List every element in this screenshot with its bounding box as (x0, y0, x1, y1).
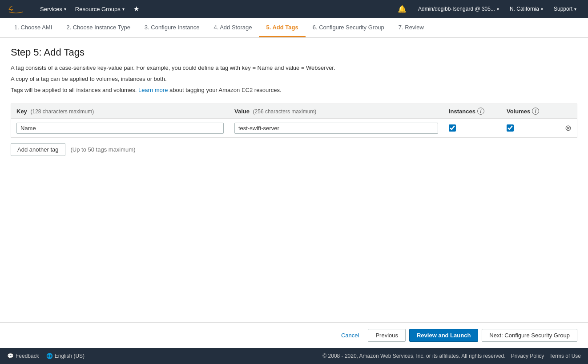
resource-groups-label: Resource Groups (75, 6, 121, 12)
region-menu[interactable]: N. California ▾ (505, 0, 548, 18)
main-content: Step 5: Add Tags A tag consists of a cas… (0, 38, 588, 322)
wizard-step-ami[interactable]: 1. Choose AMI (7, 18, 59, 37)
svg-text:aws: aws (8, 8, 13, 11)
volumes-info-icon[interactable]: i (532, 108, 539, 115)
wizard-step-configure[interactable]: 3. Configure Instance (137, 18, 207, 37)
user-label: Admin/degibb-Isengard @ 305... (418, 6, 495, 12)
top-navigation: aws Services ▾ Resource Groups ▾ ★ 🔔 Adm… (0, 0, 588, 18)
user-chevron: ▾ (497, 7, 499, 12)
col-volumes-label: Volumes (507, 108, 530, 115)
wizard-step-review[interactable]: 7. Review (391, 18, 431, 37)
col-volumes-header: Volumes i (501, 108, 559, 115)
language-selector[interactable]: 🌐 English (US) (46, 353, 85, 359)
volumes-cell (501, 124, 559, 132)
table-row: ⊗ (11, 119, 577, 137)
desc-3-suffix: about tagging your Amazon EC2 resources. (169, 87, 281, 93)
wizard-steps: 1. Choose AMI 2. Choose Instance Type 3.… (0, 18, 588, 38)
wizard-step-storage[interactable]: 4. Add Storage (206, 18, 259, 37)
value-input[interactable] (234, 123, 438, 134)
wizard-step-security[interactable]: 6. Configure Security Group (306, 18, 391, 37)
resource-groups-menu[interactable]: Resource Groups ▾ (71, 0, 129, 18)
wizard-step-tags[interactable]: 5. Add Tags (259, 18, 305, 37)
previous-button[interactable]: Previous (368, 329, 406, 342)
instances-info-icon[interactable]: i (477, 108, 484, 115)
tag-limit-hint: (Up to 50 tags maximum) (71, 146, 136, 153)
col-value-header: Value (256 characters maximum) (229, 108, 443, 115)
globe-icon: 🌐 (46, 353, 53, 359)
tags-table: Key (128 characters maximum) Value (256 … (11, 104, 577, 138)
feedback-icon: 💬 (7, 353, 14, 359)
add-tag-row: Add another tag (Up to 50 tags maximum) (11, 143, 577, 156)
action-cell: ⊗ (559, 122, 577, 134)
remove-tag-button[interactable]: ⊗ (564, 122, 572, 134)
rg-chevron: ▾ (122, 7, 125, 12)
tags-table-header: Key (128 characters maximum) Value (256 … (11, 104, 577, 119)
desc-3-text: Tags will be applied to all instances an… (11, 87, 137, 93)
services-chevron: ▾ (64, 7, 66, 12)
wizard-step-instance[interactable]: 2. Choose Instance Type (59, 18, 137, 37)
notifications-icon[interactable]: 🔔 (392, 5, 412, 13)
terms-of-use-link[interactable]: Terms of Use (549, 353, 581, 359)
col-instances-header: Instances i (443, 108, 501, 115)
bookmarks-btn[interactable]: ★ (129, 0, 144, 18)
col-value-label: Value (234, 108, 250, 115)
user-menu[interactable]: Admin/degibb-Isengard @ 305... ▾ (414, 0, 503, 18)
language-label: English (US) (55, 353, 85, 359)
services-menu[interactable]: Services ▾ (36, 0, 71, 18)
col-key-label: Key (16, 108, 27, 115)
copyright-text: © 2008 - 2020, Amazon Web Services, Inc.… (322, 353, 505, 359)
support-menu[interactable]: Support ▾ (549, 0, 581, 18)
volumes-checkbox[interactable] (507, 124, 514, 132)
bottom-left: 💬 Feedback 🌐 English (US) (7, 353, 85, 359)
desc-3: Tags will be applied to all instances an… (11, 86, 577, 95)
footer-actions: Cancel Previous Review and Launch Next: … (0, 322, 588, 348)
instances-cell (443, 124, 501, 132)
next-configure-security-button[interactable]: Next: Configure Security Group (482, 329, 577, 342)
instances-checkbox[interactable] (449, 124, 456, 132)
desc-1: A tag consists of a case-sensitive key-v… (11, 64, 577, 73)
add-another-tag-button[interactable]: Add another tag (11, 143, 65, 156)
page-title: Step 5: Add Tags (11, 47, 577, 58)
region-chevron: ▾ (541, 7, 543, 12)
aws-logo[interactable]: aws (7, 4, 25, 14)
desc-2: A copy of a tag can be applied to volume… (11, 75, 577, 84)
learn-more-link[interactable]: Learn more (138, 87, 168, 93)
review-and-launch-button[interactable]: Review and Launch (409, 329, 478, 342)
bottom-bar: 💬 Feedback 🌐 English (US) © 2008 - 2020,… (0, 348, 588, 364)
col-key-header: Key (128 characters maximum) (11, 108, 229, 115)
region-label: N. California (510, 6, 539, 12)
col-value-hint: (256 characters maximum) (253, 108, 317, 115)
services-label: Services (40, 6, 62, 12)
cancel-button[interactable]: Cancel (336, 329, 364, 341)
support-chevron: ▾ (574, 7, 576, 12)
feedback-link[interactable]: 💬 Feedback (7, 353, 39, 359)
feedback-label: Feedback (16, 353, 39, 359)
bottom-right: © 2008 - 2020, Amazon Web Services, Inc.… (322, 353, 581, 359)
col-key-hint: (128 characters maximum) (30, 108, 94, 115)
key-input[interactable] (16, 123, 224, 134)
value-cell (229, 123, 443, 134)
support-label: Support (554, 6, 572, 12)
privacy-policy-link[interactable]: Privacy Policy (511, 353, 544, 359)
key-cell (11, 123, 229, 134)
col-instances-label: Instances (449, 108, 475, 115)
